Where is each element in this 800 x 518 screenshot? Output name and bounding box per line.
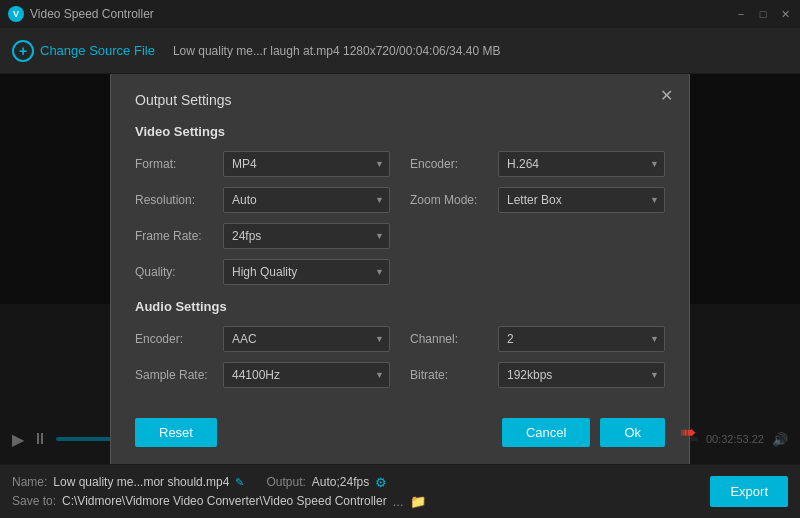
sample-rate-field: Sample Rate: 44100Hz22050Hz48000Hz (135, 362, 390, 388)
channel-select-wrapper: 216 (498, 326, 665, 352)
audio-settings-title: Audio Settings (135, 299, 665, 314)
encoder-field: Encoder: H.264H.265MPEG-4 (410, 151, 665, 177)
quality-label: Quality: (135, 265, 215, 279)
save-to-label: Save to: (12, 494, 56, 508)
sample-rate-label: Sample Rate: (135, 368, 215, 382)
audio-encoder-field: Encoder: AACMP3AC3 (135, 326, 390, 352)
frame-rate-select-wrapper: 24fps25fps30fps60fps (223, 223, 390, 249)
arrow-indicator-icon: ➠ (680, 420, 697, 444)
title-bar: V Video Speed Controller − □ ✕ (0, 0, 800, 28)
format-field: Format: MP4MOVAVIMKV (135, 151, 390, 177)
maximize-button[interactable]: □ (756, 7, 770, 21)
output-settings-dialog: Output Settings ✕ Video Settings Format:… (110, 74, 690, 464)
encoder-select[interactable]: H.264H.265MPEG-4 (498, 151, 665, 177)
output-value: Auto;24fps (312, 475, 369, 489)
sample-rate-select[interactable]: 44100Hz22050Hz48000Hz (223, 362, 390, 388)
reset-button[interactable]: Reset (135, 418, 217, 447)
format-select[interactable]: MP4MOVAVIMKV (223, 151, 390, 177)
bitrate-select[interactable]: 192kbps128kbps256kbps320kbps (498, 362, 665, 388)
quality-select-wrapper: High QualityStandardLow (223, 259, 390, 285)
more-button[interactable]: ... (393, 494, 404, 509)
encoder-label: Encoder: (410, 157, 490, 171)
modal-overlay: Output Settings ✕ Video Settings Format:… (0, 74, 800, 464)
resolution-select[interactable]: Auto1920x10801280x720 (223, 187, 390, 213)
bitrate-field: Bitrate: 192kbps128kbps256kbps320kbps (410, 362, 665, 388)
main-area: ▶ ⏸ 00:32:53.22 🔊 Output Settings ✕ Vide… (0, 74, 800, 464)
dialog-close-button[interactable]: ✕ (660, 86, 673, 105)
cancel-button[interactable]: Cancel (502, 418, 590, 447)
audio-settings-grid: Encoder: AACMP3AC3 Channel: 216 (135, 326, 665, 388)
name-label: Name: (12, 475, 47, 489)
format-select-wrapper: MP4MOVAVIMKV (223, 151, 390, 177)
channel-label: Channel: (410, 332, 490, 346)
file-info: Low quality me...r laugh at.mp4 1280x720… (173, 44, 501, 58)
add-icon: + (12, 40, 34, 62)
bottom-bar: Name: Low quality me...mor should.mp4 ✎ … (0, 464, 800, 518)
ok-button[interactable]: Ok (600, 418, 665, 447)
settings-icon[interactable]: ⚙ (375, 475, 387, 490)
window-controls: − □ ✕ (734, 7, 792, 21)
app-title: Video Speed Controller (30, 7, 154, 21)
zoom-mode-select[interactable]: Letter BoxPan & ScanFull (498, 187, 665, 213)
bottom-info: Name: Low quality me...mor should.mp4 ✎ … (12, 475, 426, 509)
frame-rate-field: Frame Rate: 24fps25fps30fps60fps (135, 223, 390, 249)
app-icon: V (8, 6, 24, 22)
channel-field: Channel: 216 (410, 326, 665, 352)
edit-icon[interactable]: ✎ (235, 476, 244, 489)
resolution-field: Resolution: Auto1920x10801280x720 (135, 187, 390, 213)
bitrate-label: Bitrate: (410, 368, 490, 382)
output-label: Output: (266, 475, 305, 489)
change-source-label: Change Source File (40, 43, 155, 58)
zoom-mode-select-wrapper: Letter BoxPan & ScanFull (498, 187, 665, 213)
folder-icon[interactable]: 📁 (410, 494, 426, 509)
sample-rate-select-wrapper: 44100Hz22050Hz48000Hz (223, 362, 390, 388)
name-value: Low quality me...mor should.mp4 (53, 475, 229, 489)
zoom-mode-label: Zoom Mode: (410, 193, 490, 207)
resolution-label: Resolution: (135, 193, 215, 207)
video-settings-grid: Format: MP4MOVAVIMKV Encoder: H.264H.265… (135, 151, 665, 285)
dialog-footer: Reset Cancel Ok ➠ (135, 406, 665, 447)
bitrate-select-wrapper: 192kbps128kbps256kbps320kbps (498, 362, 665, 388)
format-label: Format: (135, 157, 215, 171)
save-path: C:\Vidmore\Vidmore Video Converter\Video… (62, 494, 387, 508)
video-settings-title: Video Settings (135, 124, 665, 139)
zoom-mode-field: Zoom Mode: Letter BoxPan & ScanFull (410, 187, 665, 213)
close-button[interactable]: ✕ (778, 7, 792, 21)
toolbar: + Change Source File Low quality me...r … (0, 28, 800, 74)
frame-rate-select[interactable]: 24fps25fps30fps60fps (223, 223, 390, 249)
save-path-row: Save to: C:\Vidmore\Vidmore Video Conver… (12, 494, 426, 509)
audio-encoder-select-wrapper: AACMP3AC3 (223, 326, 390, 352)
frame-rate-label: Frame Rate: (135, 229, 215, 243)
quality-field: Quality: High QualityStandardLow (135, 259, 390, 285)
footer-right: Cancel Ok ➠ (502, 418, 665, 447)
minimize-button[interactable]: − (734, 7, 748, 21)
dialog-title: Output Settings (135, 92, 665, 108)
channel-select[interactable]: 216 (498, 326, 665, 352)
audio-encoder-label: Encoder: (135, 332, 215, 346)
name-row: Name: Low quality me...mor should.mp4 ✎ … (12, 475, 426, 490)
audio-encoder-select[interactable]: AACMP3AC3 (223, 326, 390, 352)
resolution-select-wrapper: Auto1920x10801280x720 (223, 187, 390, 213)
encoder-select-wrapper: H.264H.265MPEG-4 (498, 151, 665, 177)
export-button[interactable]: Export (710, 476, 788, 507)
quality-select[interactable]: High QualityStandardLow (223, 259, 390, 285)
change-source-button[interactable]: + Change Source File (12, 40, 155, 62)
